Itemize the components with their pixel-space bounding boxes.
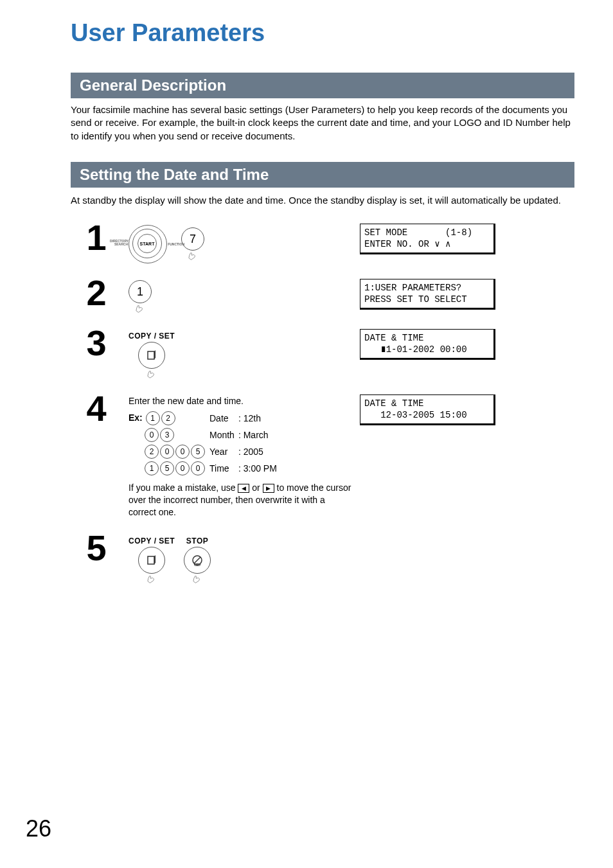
- page-title: User Parameters: [71, 19, 574, 47]
- step-1-number: 1: [71, 220, 122, 256]
- key-digit: 5: [191, 445, 205, 459]
- stop-button-icon: [184, 547, 211, 574]
- key-digit: 0: [175, 461, 190, 475]
- section-datetime-intro: At standby the display will show the dat…: [71, 194, 574, 207]
- key-digit: 0: [160, 445, 174, 459]
- press-hand-icon: [187, 252, 199, 261]
- section-general-heading: General Description: [71, 73, 574, 98]
- example-table: Ex: 12 Date : 12th 03 Month : March 2005: [129, 410, 281, 477]
- svg-rect-1: [148, 556, 154, 564]
- step-5: 5 COPY / SET STOP: [71, 530, 574, 584]
- step-5-number: 5: [71, 530, 122, 566]
- step-4-number: 4: [71, 391, 122, 427]
- key-digit: 0: [175, 445, 190, 459]
- lcd-display-1: SET MODE (1-8) ENTER NO. OR ∨ ∧: [360, 224, 494, 253]
- key-digit: 5: [160, 461, 174, 475]
- copyset-button-icon: [138, 342, 165, 369]
- press-hand-icon: [134, 305, 146, 314]
- svg-line-3: [194, 557, 200, 563]
- step-2-number: 2: [71, 275, 122, 311]
- page-number: 26: [26, 815, 51, 842]
- copyset-label: COPY / SET: [129, 536, 175, 545]
- step-3: 3 COPY / SET DATE & TIME ∎1-01-2002 00:0…: [71, 325, 574, 379]
- press-hand-icon: [191, 575, 203, 584]
- mistake-note: If you make a mistake, use ◀ or ▶ to mov…: [129, 482, 353, 518]
- copyset-button-icon: [138, 547, 165, 574]
- arrow-right-icon: ▶: [263, 484, 274, 493]
- copyset-label: COPY / SET: [129, 332, 175, 341]
- press-hand-icon: [146, 370, 157, 379]
- key-digit: 2: [161, 411, 175, 425]
- lcd-display-3: DATE & TIME ∎1-01-2002 00:00: [360, 329, 494, 359]
- key-digit: 0: [145, 428, 159, 442]
- key-1: 1: [129, 280, 152, 303]
- table-row: 1500 Time : 3:00 PM: [129, 460, 281, 477]
- key-digit: 1: [146, 411, 160, 425]
- svg-rect-0: [148, 351, 154, 359]
- step-2: 2 1 1:USER PARAMETERS? PRESS SET TO SELE…: [71, 275, 574, 314]
- key-digit: 2: [145, 445, 159, 459]
- table-row: 2005 Year : 2005: [129, 443, 281, 460]
- press-hand-icon: [146, 575, 157, 584]
- step-3-number: 3: [71, 325, 122, 361]
- stop-label: STOP: [186, 536, 208, 545]
- control-dial-icon: DIRECTORY SEARCH FUNCTION START: [129, 225, 167, 263]
- key-digit: 1: [145, 461, 159, 475]
- section-datetime-heading: Setting the Date and Time: [71, 162, 574, 188]
- lcd-display-4: DATE & TIME 12-03-2005 15:00: [360, 394, 494, 424]
- step-4: 4 Enter the new date and time. Ex: 12 Da…: [71, 391, 574, 518]
- arrow-left-icon: ◀: [238, 484, 249, 493]
- section-general-text: Your facsimile machine has several basic…: [71, 103, 574, 143]
- table-row: 03 Month : March: [129, 427, 281, 443]
- lcd-display-2: 1:USER PARAMETERS? PRESS SET TO SELECT: [360, 279, 494, 308]
- step-1: 1 DIRECTORY SEARCH FUNCTION START 7 SET …: [71, 220, 574, 263]
- key-digit: 0: [191, 461, 205, 475]
- key-digit: 3: [160, 428, 174, 442]
- key-7: 7: [181, 227, 204, 251]
- step-4-intro: Enter the new date and time.: [129, 396, 353, 406]
- table-row: Ex: 12 Date : 12th: [129, 410, 281, 427]
